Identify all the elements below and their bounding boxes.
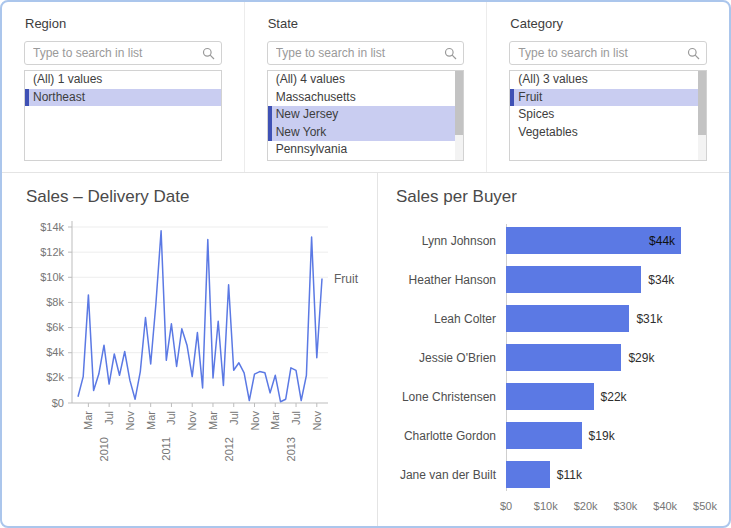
bar-rows: Lynn Johnson$44kHeather Hanson$34kLeah C…	[396, 227, 705, 488]
listbox-scrollbar-thumb[interactable]	[698, 71, 706, 135]
bar[interactable]	[506, 461, 550, 488]
line-series[interactable]	[78, 231, 322, 402]
filter-listbox-category: (All) 3 valuesFruitSpicesVegetables	[509, 70, 707, 161]
list-item[interactable]: Northeast	[25, 89, 221, 107]
bar-x-tick-label: $30k	[613, 500, 637, 512]
svg-text:$6k: $6k	[46, 321, 64, 333]
bar-value-label: $44k	[649, 234, 675, 248]
svg-text:Jul: Jul	[228, 411, 240, 425]
list-item[interactable]: (All) 4 values	[268, 71, 464, 89]
svg-text:$10k: $10k	[40, 271, 64, 283]
svg-text:Mar: Mar	[145, 411, 157, 430]
list-item[interactable]: Massachusetts	[268, 89, 464, 107]
bar-row: Lone Christensen$22k	[396, 383, 705, 410]
listbox-scrollbar[interactable]	[698, 71, 706, 160]
svg-text:Jul: Jul	[165, 411, 177, 425]
bar-track: $44k	[506, 227, 705, 254]
search-icon	[202, 47, 215, 60]
filter-listbox-region: (All) 1 valuesNortheast	[24, 70, 222, 161]
bar-x-tick-label: $0	[500, 500, 512, 512]
svg-text:$2k: $2k	[46, 371, 64, 383]
svg-text:Nov: Nov	[311, 411, 323, 431]
search-box-state	[267, 41, 465, 65]
search-icon	[444, 47, 457, 60]
bar-row: Jessie O'Brien$29k	[396, 344, 705, 371]
filter-listbox-state: (All) 4 valuesMassachusettsNew JerseyNew…	[267, 70, 465, 161]
bar-track: $31k	[506, 305, 705, 332]
bar-category-label: Jessie O'Brien	[396, 351, 506, 365]
filter-panel-category: Category (All) 3 valuesFruitSpicesVegeta…	[487, 2, 729, 172]
svg-text:2012: 2012	[223, 437, 235, 461]
bar-value-label: $22k	[601, 390, 627, 404]
line-chart-panel: Sales – Delivery Date $0$2k$4k$6k$8k$10k…	[2, 173, 378, 526]
bar[interactable]	[506, 266, 641, 293]
y-axis: $0$2k$4k$6k$8k$10k$12k$14k	[40, 221, 72, 409]
filter-panel-state: State (All) 4 valuesMassachusettsNew Jer…	[245, 2, 488, 172]
bar-x-tick-label: $50k	[693, 500, 717, 512]
bar-chart-panel: Sales per Buyer Lynn Johnson$44kHeather …	[378, 173, 729, 526]
list-item[interactable]: New Jersey	[268, 106, 464, 124]
bar-category-label: Leah Colter	[396, 312, 506, 326]
svg-text:Mar: Mar	[82, 411, 94, 430]
bar[interactable]	[506, 305, 629, 332]
bar-row: Lynn Johnson$44k	[396, 227, 705, 254]
bar-value-label: $11k	[557, 468, 582, 482]
bar-value-label: $31k	[636, 312, 662, 326]
list-item[interactable]: Pennsylvania	[268, 141, 464, 159]
line-chart-title: Sales – Delivery Date	[26, 187, 377, 207]
svg-text:$14k: $14k	[40, 221, 64, 233]
bar-track: $34k	[506, 266, 705, 293]
bar-track: $19k	[506, 422, 705, 449]
svg-text:2013: 2013	[285, 437, 297, 461]
list-item[interactable]: (All) 1 values	[25, 71, 221, 89]
svg-text:Nov: Nov	[186, 411, 198, 431]
x-axis: MarJulNovMarJulNovMarJulNovMarJulNov2010…	[72, 403, 328, 461]
search-input-region[interactable]	[31, 45, 202, 61]
filter-panel-region: Region (All) 1 valuesNortheast	[2, 2, 245, 172]
bar-value-label: $34k	[648, 273, 674, 287]
svg-text:$0: $0	[52, 397, 64, 409]
svg-text:Mar: Mar	[207, 411, 219, 430]
line-chart[interactable]: $0$2k$4k$6k$8k$10k$12k$14kMarJulNovMarJu…	[26, 215, 366, 465]
bar-row: Leah Colter$31k	[396, 305, 705, 332]
search-input-state[interactable]	[274, 45, 445, 61]
bar-track: $29k	[506, 344, 705, 371]
bar-x-tick-label: $10k	[534, 500, 558, 512]
bar-chart: Lynn Johnson$44kHeather Hanson$34kLeah C…	[396, 227, 705, 518]
list-item[interactable]: New York	[268, 124, 464, 142]
bar-xaxis: $0$10k$20k$30k$40k$50k	[506, 498, 705, 518]
bar-value-label: $19k	[589, 429, 615, 443]
search-box-region	[24, 41, 222, 65]
search-icon	[687, 47, 700, 60]
list-item[interactable]: Vegetables	[510, 124, 706, 142]
list-item[interactable]: Fruit	[510, 89, 706, 107]
svg-text:Mar: Mar	[269, 411, 281, 430]
bar-x-tick-label: $20k	[574, 500, 598, 512]
filter-title-region: Region	[25, 16, 222, 31]
listbox-scrollbar[interactable]	[455, 71, 463, 160]
filter-title-category: Category	[510, 16, 707, 31]
charts-row: Sales – Delivery Date $0$2k$4k$6k$8k$10k…	[2, 173, 729, 526]
search-input-category[interactable]	[516, 45, 687, 61]
bar[interactable]	[506, 422, 582, 449]
bar[interactable]	[506, 383, 594, 410]
list-item[interactable]: (All) 3 values	[510, 71, 706, 89]
svg-text:Jul: Jul	[103, 411, 115, 425]
bar-category-label: Heather Hanson	[396, 273, 506, 287]
filter-title-state: State	[268, 16, 465, 31]
svg-text:2010: 2010	[98, 437, 110, 461]
bar-row: Charlotte Gordon$19k	[396, 422, 705, 449]
listbox-scrollbar-thumb[interactable]	[455, 71, 463, 135]
svg-text:2011: 2011	[160, 437, 172, 461]
bar-track: $22k	[506, 383, 705, 410]
svg-text:Nov: Nov	[124, 411, 136, 431]
bar-category-label: Lynn Johnson	[396, 234, 506, 248]
bar-category-label: Charlotte Gordon	[396, 429, 506, 443]
bar-x-tick-label: $40k	[653, 500, 677, 512]
svg-text:$8k: $8k	[46, 296, 64, 308]
bar[interactable]	[506, 344, 621, 371]
search-box-category	[509, 41, 707, 65]
list-item[interactable]: Spices	[510, 106, 706, 124]
svg-text:Nov: Nov	[249, 411, 261, 431]
bar-chart-title: Sales per Buyer	[396, 187, 705, 207]
